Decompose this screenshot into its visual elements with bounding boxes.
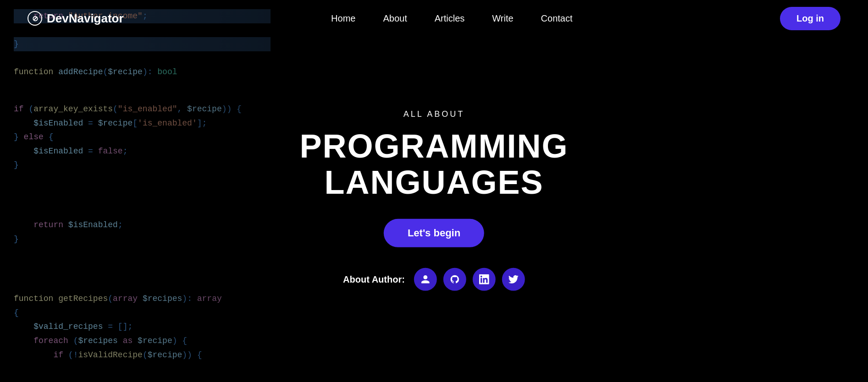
github-icon xyxy=(450,274,460,284)
nav-home[interactable]: Home xyxy=(331,13,355,23)
nav-articles[interactable]: Articles xyxy=(435,13,465,23)
logo-icon: ⊘ xyxy=(28,11,42,26)
navbar: ⊘ DevNavigator Home About Articles Write… xyxy=(0,0,868,37)
twitter-icon xyxy=(509,274,519,284)
logo[interactable]: ⊘ DevNavigator xyxy=(28,11,124,26)
author-twitter-button[interactable] xyxy=(502,268,525,291)
linkedin-icon xyxy=(479,274,489,284)
logo-text: DevNavigator xyxy=(47,11,124,26)
person-icon xyxy=(420,274,431,284)
hero-section: All About PROGRAMMING LANGUAGES Let's be… xyxy=(217,109,651,291)
author-section: About Author: xyxy=(343,268,525,291)
login-button[interactable]: Log in xyxy=(780,7,840,30)
author-profile-button[interactable] xyxy=(414,268,437,291)
nav-links: Home About Articles Write Contact xyxy=(331,13,572,24)
cta-button[interactable]: Let's begin xyxy=(384,219,484,247)
hero-subtitle: All About xyxy=(404,109,464,119)
social-icons xyxy=(414,268,525,291)
nav-write[interactable]: Write xyxy=(492,13,513,23)
author-linkedin-button[interactable] xyxy=(473,268,496,291)
nav-about[interactable]: About xyxy=(383,13,407,23)
hero-title: PROGRAMMING LANGUAGES xyxy=(217,128,651,201)
author-github-button[interactable] xyxy=(443,268,466,291)
author-label: About Author: xyxy=(343,274,405,285)
nav-contact[interactable]: Contact xyxy=(541,13,573,23)
